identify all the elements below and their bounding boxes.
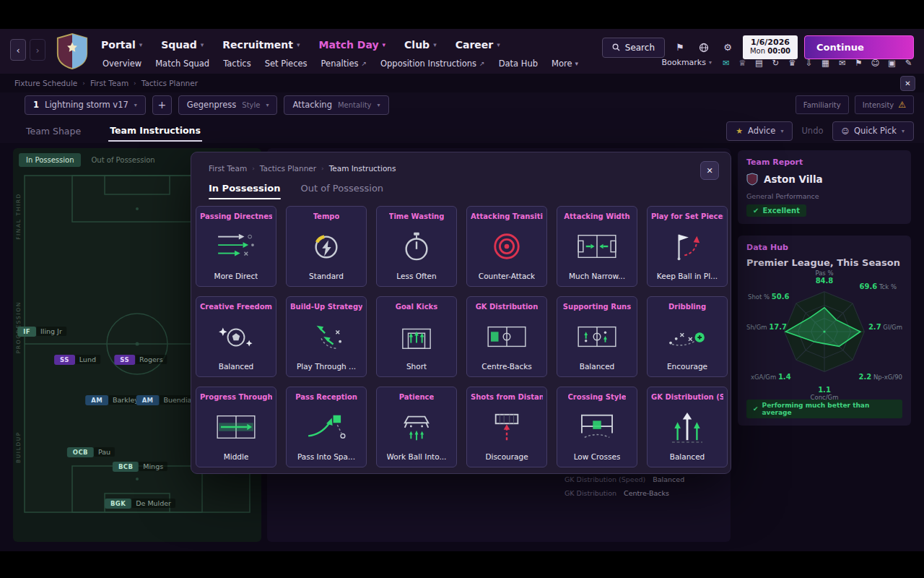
subnav-match-squad[interactable]: Match Squad: [155, 59, 209, 69]
bookmarks-dropdown[interactable]: Bookmarks ▾: [662, 58, 712, 67]
breadcrumb-item[interactable]: Team Instructions: [329, 164, 396, 173]
close-page-button[interactable]: ✕: [900, 76, 915, 91]
card-value: Counter-Attack: [479, 272, 535, 280]
instruction-card-supporting-runs[interactable]: Supporting RunsBalanced: [557, 296, 637, 377]
pitch-tab-in-possession[interactable]: In Possession: [19, 153, 81, 167]
menu-match-day[interactable]: Match Day▾: [319, 39, 386, 51]
forward-button[interactable]: ›: [30, 39, 45, 61]
mentality-selector[interactable]: Attacking Mentality ▾: [284, 95, 388, 115]
card-value: Balanced: [670, 452, 705, 461]
pitch-tab-out-of-possession[interactable]: Out of Possession: [84, 153, 162, 167]
instruction-card-patience[interactable]: PatienceWork Ball Into...: [376, 387, 457, 467]
modal-tab-in-possession[interactable]: In Possession: [209, 183, 281, 199]
intensity-meter[interactable]: Intensity ⚠: [855, 95, 914, 114]
search-label: Search: [625, 43, 655, 53]
bookmark-flag-button[interactable]: ⚑: [671, 38, 689, 57]
right-sidebar: Team Report Aston Villa General Performa…: [738, 150, 911, 437]
search-button[interactable]: Search: [602, 38, 665, 58]
player-chip-barkley[interactable]: AMBarkley: [85, 392, 143, 405]
instruction-card-crossing-style[interactable]: Crossing StyleLow Crosses: [557, 387, 637, 467]
world-button[interactable]: [695, 38, 712, 57]
instruction-card-progress-through[interactable]: Progress ThroughMiddle: [196, 387, 276, 467]
instruction-card-tempo[interactable]: TempoStandard: [286, 206, 367, 287]
subnav-set-pieces[interactable]: Set Pieces: [265, 59, 308, 69]
menu-portal[interactable]: Portal▾: [101, 39, 142, 51]
instruction-card-shots-distance[interactable]: Shots from DistanceDiscourage: [466, 387, 547, 467]
list-item[interactable]: GK Distribution (Speed) Balanced: [565, 475, 684, 483]
card-title: Creative Freedom: [200, 303, 272, 311]
modal-tab-out-of-possession[interactable]: Out of Possession: [301, 183, 384, 199]
familiarity-meter[interactable]: Familiarity: [796, 95, 849, 114]
player-chip-mings[interactable]: BCBMings: [113, 458, 167, 472]
back-button[interactable]: ‹: [10, 39, 26, 61]
breadcrumb-item[interactable]: First Team: [209, 164, 247, 173]
advice-button[interactable]: ★ Advice ▾: [726, 121, 793, 141]
player-chip-buendia[interactable]: AMBuendia: [136, 392, 196, 405]
breadcrumb: Fixture Schedule›First Team›Tactics Plan…: [14, 79, 900, 87]
subnav-more[interactable]: More▾: [552, 59, 578, 69]
player-chip-pau[interactable]: OCBPau: [67, 444, 115, 457]
instruction-card-passing-directness[interactable]: Passing DirectnessMore Direct: [196, 206, 276, 287]
tactic-selector[interactable]: 1 Lightning storm v17 ▾: [25, 95, 146, 115]
instruction-card-gk-distribution-speed[interactable]: GK Distribution (SpeedBalanced: [647, 387, 728, 467]
player-chip-de-mulder[interactable]: BGKDe Mulder: [105, 495, 175, 509]
instruction-card-build-up[interactable]: Build-Up StrategyPlay Through ...: [286, 296, 367, 377]
history-nav: ‹ ›: [10, 39, 45, 61]
team-report-card[interactable]: Team Report Aston Villa General Performa…: [738, 150, 911, 224]
instruction-card-dribbling[interactable]: DribblingEncourage: [647, 296, 728, 377]
subnav-opposition-instructions[interactable]: Opposition Instructions↗: [380, 59, 485, 69]
instruction-card-time-wasting[interactable]: Time WastingLess Often: [376, 206, 457, 287]
subnav-overview[interactable]: Overview: [103, 59, 141, 69]
instruction-card-gk-distribution[interactable]: GK DistributionCentre-Backs: [466, 296, 547, 377]
reports-icon[interactable]: ▦: [819, 56, 832, 69]
trophy-icon[interactable]: ♛: [785, 56, 799, 69]
card-value: Much Narrow...: [569, 272, 625, 280]
notes-icon[interactable]: ✎: [902, 56, 915, 69]
mail-icon[interactable]: ✉: [835, 56, 849, 69]
breadcrumb-item[interactable]: Tactics Planner: [141, 79, 198, 87]
instruction-card-attacking-transition[interactable]: Attacking TransitionCounter-Attack: [466, 206, 547, 287]
style-selector[interactable]: Gegenpress Style ▾: [178, 95, 278, 115]
menu-career[interactable]: Career▾: [456, 39, 500, 51]
player-chip-lund[interactable]: SSLund: [54, 351, 100, 365]
messages-icon[interactable]: ✉: [719, 56, 733, 69]
breadcrumb-item[interactable]: First Team: [90, 79, 128, 87]
sub-nav: OverviewMatch SquadTacticsSet PiecesPena…: [103, 59, 578, 69]
instruction-card-pass-reception[interactable]: Pass ReceptionPass Into Spa...: [286, 387, 367, 467]
subnav-penalties[interactable]: Penalties↗: [321, 59, 367, 69]
undo-button[interactable]: Undo: [801, 126, 823, 136]
chevron-down-icon: ▾: [902, 128, 905, 134]
instruction-card-attacking-width[interactable]: Attacking WidthMuch Narrow...: [557, 206, 637, 287]
clipboard-icon[interactable]: ▤: [752, 56, 766, 69]
download-icon[interactable]: ⇩: [802, 56, 816, 69]
refresh-icon[interactable]: ↻: [769, 56, 783, 69]
breadcrumb-item[interactable]: Tactics Planner: [260, 164, 316, 173]
subnav-data-hub[interactable]: Data Hub: [499, 59, 538, 69]
calendar-icon[interactable]: ▣: [885, 56, 899, 69]
tab-team-instructions[interactable]: Team Instructions: [108, 121, 202, 142]
club-icon[interactable]: ♕: [736, 56, 749, 69]
warning-triangle-icon: ⚠: [898, 100, 906, 110]
add-tactic-button[interactable]: +: [152, 95, 172, 115]
instruction-card-goal-kicks[interactable]: Goal KicksShort: [376, 296, 457, 377]
menu-squad[interactable]: Squad▾: [161, 39, 204, 51]
club-crest[interactable]: [55, 32, 90, 71]
quick-pick-button[interactable]: ☺ Quick Pick ▾: [832, 121, 915, 141]
flag-icon[interactable]: ⚑: [852, 56, 866, 69]
list-item[interactable]: GK Distribution Centre-Backs: [565, 489, 669, 497]
data-hub-card[interactable]: Data Hub Premier League, This Season Pas…: [738, 236, 911, 426]
tab-team-shape[interactable]: Team Shape: [25, 121, 82, 141]
instruction-card-creative-freedom[interactable]: Creative FreedomBalanced: [196, 296, 276, 377]
squad-icon[interactable]: ☺: [868, 56, 882, 69]
card-title: Supporting Runs: [563, 303, 631, 311]
modal-close-button[interactable]: ✕: [700, 161, 719, 180]
player-chip-rogers[interactable]: SSRogers: [114, 351, 167, 365]
menu-recruitment[interactable]: Recruitment▾: [222, 39, 300, 51]
menu-club[interactable]: Club▾: [404, 39, 437, 51]
settings-button[interactable]: ⚙: [719, 38, 736, 57]
subnav-tactics[interactable]: Tactics: [223, 59, 251, 69]
player-chip-iling-jr[interactable]: IFIling Jr: [17, 323, 66, 337]
card-value: Centre-Backs: [481, 362, 532, 371]
instruction-card-set-pieces[interactable]: Play for Set PiecesKeep Ball in Pl...: [647, 206, 728, 287]
breadcrumb-item[interactable]: Fixture Schedule: [14, 79, 77, 87]
